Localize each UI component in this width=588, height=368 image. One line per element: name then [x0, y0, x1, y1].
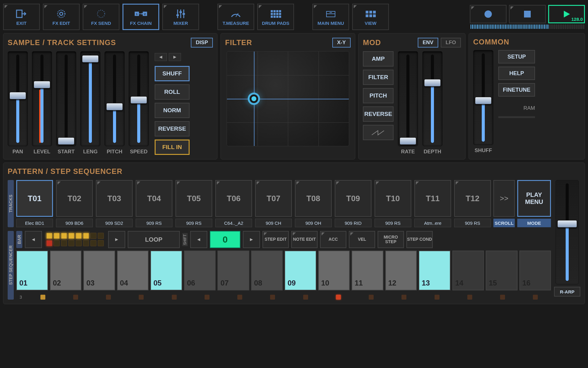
loop-button[interactable]: LOOP: [128, 231, 180, 248]
play-menu-button[interactable]: PLAY MENU: [517, 180, 551, 217]
track-t09[interactable]: T09: [335, 180, 371, 217]
ram-bar: [498, 116, 535, 118]
main-menu-label: MAIN MENU: [318, 21, 344, 26]
reverse-button[interactable]: REVERSE: [155, 121, 190, 136]
sequencer-panel: PATTERN / STEP SEQUENCER TRACKS T01Elec …: [3, 163, 585, 304]
note-edit-button[interactable]: NOTE EDIT: [291, 231, 318, 248]
step-14[interactable]: 14: [452, 251, 484, 290]
norm-button[interactable]: NORM: [155, 103, 190, 118]
xy-button[interactable]: X-Y: [332, 38, 351, 48]
rate-slider[interactable]: [398, 51, 418, 146]
fx-chain-button[interactable]: 12 FX CHAIN: [123, 4, 159, 30]
step-06[interactable]: 06: [184, 251, 216, 290]
svg-text:1: 1: [136, 12, 138, 15]
step-16[interactable]: 16: [519, 251, 551, 290]
track-t06[interactable]: T06: [215, 180, 252, 217]
pitch-slider[interactable]: [104, 51, 125, 146]
rarp-button[interactable]: R-ARP: [554, 287, 580, 297]
record-button[interactable]: [470, 5, 507, 23]
stop-button[interactable]: [509, 5, 546, 23]
svg-rect-12: [179, 11, 182, 13]
step-08[interactable]: 08: [251, 251, 283, 290]
fillin-button[interactable]: FILL IN: [155, 140, 190, 155]
svg-rect-18: [279, 10, 281, 12]
mod-reverse-button[interactable]: REVERSE: [363, 106, 394, 122]
mod-amp-button[interactable]: AMP: [363, 51, 394, 67]
step-10[interactable]: 10: [318, 251, 350, 290]
bar-play-button[interactable]: ►: [108, 231, 125, 248]
acc-button[interactable]: ACC: [320, 231, 346, 248]
t-measure-button[interactable]: T.MEASURE: [217, 4, 254, 30]
play-button[interactable]: 128.0: [548, 5, 585, 23]
track-t07[interactable]: T07: [255, 180, 292, 217]
drum-pads-button[interactable]: DRUM PADS: [257, 4, 294, 30]
mode-label[interactable]: MODE: [517, 219, 551, 227]
start-label: START: [58, 149, 74, 155]
step-05[interactable]: 05: [150, 251, 182, 290]
fx-chain-label: FX CHAIN: [130, 21, 152, 26]
help-button[interactable]: HELP: [498, 67, 535, 80]
mod-filter-button[interactable]: FILTER: [363, 70, 394, 85]
track-t01[interactable]: T01: [16, 180, 53, 217]
track-t08[interactable]: T08: [295, 180, 332, 217]
tracks-next-button[interactable]: >>: [493, 180, 515, 217]
step-03[interactable]: 03: [83, 251, 115, 290]
step-12[interactable]: 12: [385, 251, 417, 290]
mod-pitch-button[interactable]: PITCH: [363, 88, 394, 103]
level-slider[interactable]: [32, 51, 52, 146]
finetune-button[interactable]: FINETUNE: [498, 83, 535, 97]
micro-step-button[interactable]: MICRO STEP: [378, 231, 404, 248]
speed-slider[interactable]: [129, 51, 149, 146]
master-fader[interactable]: [556, 180, 579, 284]
shuff-button[interactable]: SHUFF: [155, 66, 190, 81]
track-t11[interactable]: T11: [414, 180, 451, 217]
xy-pad[interactable]: [227, 51, 349, 146]
svg-rect-17: [276, 10, 278, 12]
roll-button[interactable]: ROLL: [155, 84, 190, 100]
track-t03[interactable]: T03: [96, 180, 133, 217]
step-13[interactable]: 13: [419, 251, 450, 290]
svg-rect-33: [366, 14, 368, 17]
common-title: COMMON: [473, 38, 509, 46]
fx-edit-button[interactable]: FX EDIT: [43, 4, 80, 30]
pan-slider[interactable]: [8, 51, 28, 146]
track-t10[interactable]: T10: [375, 180, 411, 217]
main-menu-button[interactable]: MAIN MENU: [312, 4, 349, 30]
setup-button[interactable]: SETUP: [498, 50, 535, 63]
shift-next-button[interactable]: ►: [243, 231, 260, 248]
depth-slider[interactable]: [422, 51, 443, 146]
step-07[interactable]: 07: [217, 251, 249, 290]
mod-wave-button[interactable]: [363, 125, 394, 140]
track-t02[interactable]: T02: [56, 180, 93, 217]
sample-next-button[interactable]: ►: [169, 53, 181, 61]
vel-button[interactable]: VEL: [349, 231, 375, 248]
track-name: 909 RID: [335, 219, 371, 227]
exit-button[interactable]: EXIT: [3, 4, 40, 30]
fx-send-button[interactable]: FX SEND: [83, 4, 119, 30]
track-t05[interactable]: T05: [175, 180, 212, 217]
start-slider[interactable]: [56, 51, 76, 146]
track-t04[interactable]: T04: [136, 180, 172, 217]
step-02[interactable]: 02: [50, 251, 82, 290]
step-09[interactable]: 09: [285, 251, 316, 290]
env-button[interactable]: ENV: [418, 38, 438, 48]
step-11[interactable]: 11: [352, 251, 383, 290]
scroll-label[interactable]: SCROLL: [493, 219, 515, 227]
track-name: Elec BD1: [16, 219, 53, 227]
step-15[interactable]: 15: [486, 251, 518, 290]
step-04[interactable]: 04: [117, 251, 149, 290]
bar-prev-button[interactable]: ◄: [25, 231, 42, 248]
shift-prev-button[interactable]: ◄: [190, 231, 207, 248]
step-edit-button[interactable]: STEP EDIT: [262, 231, 289, 248]
sample-prev-button[interactable]: ◄: [155, 53, 167, 61]
mixer-button[interactable]: MIXER: [162, 4, 199, 30]
lfo-button[interactable]: LFO: [441, 38, 461, 48]
view-button[interactable]: VIEW: [352, 4, 389, 30]
bar-grid[interactable]: [44, 231, 106, 248]
step-01[interactable]: 01: [16, 251, 48, 290]
track-t12[interactable]: T12: [454, 180, 491, 217]
step-cond-button[interactable]: STEP COND: [406, 231, 433, 248]
leng-slider[interactable]: [80, 51, 100, 146]
disp-button[interactable]: DISP: [191, 38, 213, 48]
common-shuff-slider[interactable]: [473, 50, 493, 145]
